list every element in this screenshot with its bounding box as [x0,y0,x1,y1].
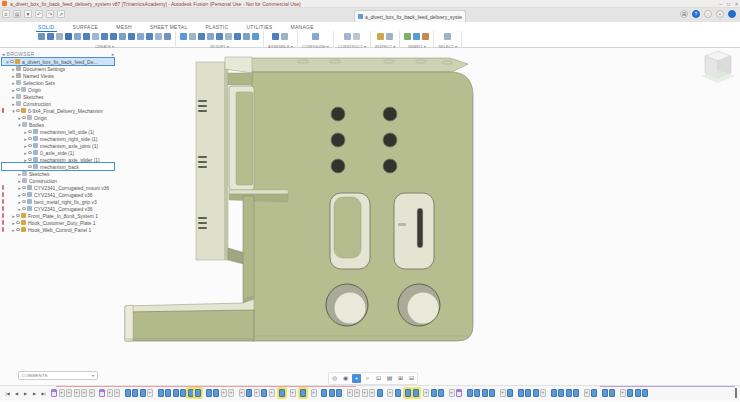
timeline-feature-construction[interactable] [59,389,65,397]
grid-settings-icon[interactable]: ⊞ [396,374,405,383]
timeline-feature-extrude[interactable] [165,389,171,397]
zoom-icon[interactable]: ⌕ [363,374,372,383]
visibility-eye-icon[interactable] [28,144,32,147]
timeline-feature-highlighted[interactable] [405,389,411,397]
browser-row[interactable]: ▸Hook_Customer_Duty_Plate 1 [2,219,114,226]
fit-icon[interactable]: ⊡ [374,374,383,383]
visibility-eye-icon[interactable] [16,228,20,231]
timeline-feature-extrude[interactable] [573,389,579,397]
timeline-feature-extrude[interactable] [642,389,648,397]
visibility-eye-icon[interactable] [16,109,20,112]
timeline-feature-construction[interactable] [290,389,296,397]
create-tool-icon-5[interactable] [74,33,81,40]
timeline-feature-extrude[interactable] [507,389,513,397]
timeline-feature-construction[interactable] [369,389,375,397]
timeline-feature-extrude[interactable] [158,389,164,397]
timeline-feature-construction[interactable] [387,389,393,397]
timeline-feature-extrude[interactable] [627,389,633,397]
go-to-start-icon[interactable]: |◀ [4,389,11,398]
visibility-eye-icon[interactable] [22,116,26,119]
display-settings-icon[interactable]: ▤ [385,374,394,383]
step-forward-icon[interactable]: ▶ [31,389,38,398]
timeline-feature-sketch[interactable] [51,389,57,397]
timeline-feature-construction[interactable] [354,389,360,397]
timeline-feature-extrude[interactable] [125,389,131,397]
save-icon[interactable]: ▼ [24,10,32,18]
browser-row[interactable]: ▸Document Settings [2,65,114,72]
browser-row[interactable]: ▸Sketches [2,170,114,177]
browser-row[interactable]: ▸Construction [2,100,114,107]
maximize-button[interactable]: □ [727,1,730,7]
browser-row[interactable]: ▸mechanism_axle_joins (1) [2,142,114,149]
timeline-feature-construction[interactable] [89,389,95,397]
visibility-eye-icon[interactable] [16,221,20,224]
timeline-feature-construction[interactable] [269,389,275,397]
modify-tool-icon-2[interactable] [189,33,196,40]
timeline-feature-extrude[interactable] [489,389,495,397]
timeline-feature-extrude[interactable] [525,389,531,397]
visibility-eye-icon[interactable] [16,214,20,217]
comments-bar[interactable]: COMMENTS ▾ [18,371,98,380]
create-tool-icon-7[interactable] [92,33,99,40]
create-tool-icon-8[interactable] [101,33,108,40]
create-tool-icon-3[interactable] [56,33,63,40]
browser-collapse-icon[interactable]: ◂ [2,51,5,57]
browser-row[interactable]: ▸CYV2341_Corrugated v36 [2,191,114,198]
minimize-button[interactable]: – [719,1,722,7]
timeline-feature-construction[interactable] [347,389,353,397]
create-tool-icon-15[interactable] [164,33,171,40]
timeline-feature-construction[interactable] [311,389,317,397]
timeline-feature-sketch[interactable] [99,389,105,397]
create-tool-icon-12[interactable] [137,33,144,40]
viewports-icon[interactable]: ⊟ [407,374,416,383]
timeline-feature-extrude[interactable] [566,389,572,397]
pan-icon[interactable]: + [352,374,361,383]
modify-tool-icon-5[interactable] [216,33,223,40]
model-canvas[interactable]: ◂ BROWSER ● ▾a_divert_box_fix_back_feed_… [0,48,740,402]
visibility-eye-icon[interactable] [28,130,32,133]
viewcube[interactable] [699,48,737,88]
visibility-eye-icon[interactable] [28,137,32,140]
timeline-feature-construction[interactable] [228,389,234,397]
timeline-feature-extrude[interactable] [329,389,335,397]
timeline-feature-extrude[interactable] [336,389,342,397]
browser-row[interactable]: ▸CYV2341_Corrugated_mount v36 [2,184,114,191]
timeline-feature-extrude[interactable] [609,389,615,397]
timeline-feature-extrude[interactable] [140,389,146,397]
go-to-end-icon[interactable]: ▶| [40,389,47,398]
timeline-feature-construction[interactable] [66,389,72,397]
create-tool-icon-10[interactable] [119,33,126,40]
browser-row[interactable]: ▸CYV2341_Corrugated v36 [2,205,114,212]
job-status-icon[interactable]: ○ [704,10,712,18]
timeline-feature-highlighted[interactable] [188,389,194,397]
share-icon[interactable]: ↗ [57,10,65,18]
visibility-eye-icon[interactable] [22,193,26,196]
timeline-feature-extrude[interactable] [180,389,186,397]
modify-tool-icon-3[interactable] [198,33,205,40]
create-tool-icon-4[interactable] [65,33,72,40]
close-button[interactable]: × [735,1,738,7]
configure-tool-icon-1[interactable] [312,33,319,40]
browser-row[interactable]: ▸bent_metal_right_fix_grip v3 [2,198,114,205]
modify-tool-icon-6[interactable] [225,33,232,40]
insert-tool-icon-3[interactable] [422,33,429,40]
browser-row[interactable]: ▸0_axle_side (1) [2,149,114,156]
browser-row[interactable]: ▸Hook_Web_Control_Panel 1 [2,226,114,233]
timeline-feature-construction[interactable] [584,389,590,397]
timeline-feature-extrude[interactable] [132,389,138,397]
redo-icon[interactable]: ↷ [46,10,54,18]
create-tool-icon-6[interactable] [83,33,90,40]
help-icon[interactable]: ? [692,10,700,18]
timeline-feature-extrude[interactable] [395,389,401,397]
timeline-feature-extrude[interactable] [261,389,267,397]
browser-row[interactable]: ▸Construction [2,177,114,184]
timeline-feature-extrude[interactable] [467,389,473,397]
application-menu-icon[interactable]: ≡ [2,10,10,18]
timeline-feature-construction[interactable] [449,389,455,397]
timeline-feature-extrude[interactable] [173,389,179,397]
inspect-tool-icon-1[interactable] [377,33,384,40]
visibility-eye-icon[interactable] [22,207,26,210]
timeline-feature-construction[interactable] [74,389,80,397]
visibility-eye-icon[interactable] [28,158,32,161]
timeline-feature-extrude[interactable] [635,389,641,397]
